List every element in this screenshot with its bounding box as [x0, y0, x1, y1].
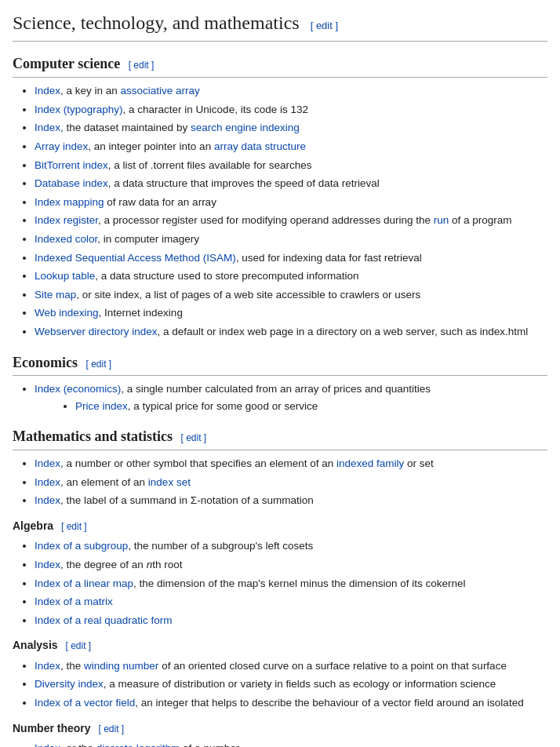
link-index-dataset[interactable]: Index	[35, 122, 60, 133]
list-item: Web indexing, Internet indexing	[35, 304, 547, 322]
link-discrete-logarithm[interactable]: discrete logarithm	[96, 742, 180, 747]
subsection-analysis-edit[interactable]: [ edit ]	[65, 640, 91, 651]
link-indexed-color[interactable]: Indexed color	[35, 233, 97, 245]
link-index-subgroup[interactable]: Index of a subgroup	[35, 540, 128, 552]
list-item: Database index, a data structure that im…	[35, 175, 547, 192]
link-database-index[interactable]: Database index	[35, 177, 108, 189]
list-item: Index, a number or other symbol that spe…	[35, 455, 547, 472]
section-economics: Economics [ edit ]	[13, 352, 547, 377]
page-edit-link[interactable]: [ edit ]	[311, 20, 338, 31]
list-item: Index, the degree of an nth root	[35, 556, 547, 574]
link-diversity-index[interactable]: Diversity index	[35, 678, 104, 690]
link-index-symbol[interactable]: Index	[35, 457, 60, 469]
link-index-vector-field[interactable]: Index of a vector field	[35, 697, 135, 709]
link-winding-number[interactable]: winding number	[84, 660, 158, 672]
link-index-winding[interactable]: Index	[35, 660, 60, 672]
link-webserver-dir-index[interactable]: Webserver directory index	[35, 326, 158, 337]
number-theory-list: Index, or the discrete logarithm of a nu…	[35, 740, 547, 747]
list-item: Webserver directory index, a default or …	[35, 323, 547, 341]
link-index-summand[interactable]: Index	[35, 494, 60, 506]
link-index-mapping[interactable]: Index mapping	[35, 196, 104, 208]
economics-list: Index (economics), a single number calcu…	[35, 381, 547, 414]
list-item: Index, an element of an index set	[35, 474, 547, 491]
link-lookup-table[interactable]: Lookup table	[35, 270, 95, 282]
link-index-quadratic-form[interactable]: Index of a real quadratic form	[35, 614, 173, 626]
section-economics-edit[interactable]: [ edit ]	[86, 359, 112, 370]
list-item: Index, or the discrete logarithm of a nu…	[35, 740, 547, 747]
link-site-map[interactable]: Site map	[35, 289, 76, 301]
link-index-linear-map[interactable]: Index of a linear map	[35, 578, 133, 589]
list-item: Diversity index, a measure of distributi…	[35, 676, 547, 693]
link-isam[interactable]: Indexed Sequential Access Method (ISAM)	[35, 252, 236, 264]
subsection-algebra: Algebra [ edit ]	[13, 517, 547, 534]
analysis-list: Index, the winding number of an oriented…	[35, 658, 547, 712]
link-run[interactable]: run	[434, 214, 449, 226]
list-item: Index, a key in an associative array	[35, 82, 547, 100]
link-indexed-family[interactable]: indexed family	[336, 457, 404, 469]
list-item: Index mapping of raw data for an array	[35, 194, 547, 211]
list-item: Index of a subgroup, the number of a sub…	[35, 537, 547, 555]
list-item: BitTorrent index, a list of .torrent fil…	[35, 157, 547, 174]
page-title: Science, technology, and mathematics [ e…	[13, 8, 547, 42]
link-index[interactable]: Index	[35, 85, 60, 97]
algebra-list: Index of a subgroup, the number of a sub…	[35, 537, 547, 629]
link-array-index[interactable]: Array index	[35, 140, 88, 152]
list-item: Array index, an integer pointer into an …	[35, 138, 547, 155]
list-item: Index register, a processor register use…	[35, 212, 547, 229]
link-index-matrix[interactable]: Index of a matrix	[35, 596, 113, 607]
link-index-element[interactable]: Index	[35, 476, 60, 488]
link-search-engine-indexing[interactable]: search engine indexing	[191, 122, 300, 133]
list-item: Index, the winding number of an oriented…	[35, 658, 547, 675]
link-assoc-array[interactable]: associative array	[121, 85, 200, 97]
section-mathematics: Mathematics and statistics [ edit ]	[13, 425, 547, 450]
link-index-number-theory[interactable]: Index	[35, 742, 60, 747]
section-computer-science-edit[interactable]: [ edit ]	[129, 60, 155, 71]
link-index-degree[interactable]: Index	[35, 559, 60, 570]
list-item: Index of a vector field, an integer that…	[35, 694, 547, 712]
computer-science-list: Index, a key in an associative array Ind…	[35, 82, 547, 340]
mathematics-list: Index, a number or other symbol that spe…	[35, 455, 547, 509]
list-item: Indexed Sequential Access Method (ISAM),…	[35, 250, 547, 267]
link-index-typography[interactable]: Index (typography)	[35, 104, 123, 115]
link-index-economics[interactable]: Index (economics)	[35, 383, 121, 395]
link-bittorrent-index[interactable]: BitTorrent index	[35, 159, 108, 171]
link-index-register[interactable]: Index register	[35, 214, 98, 226]
list-item: Index, the dataset maintained by search …	[35, 119, 547, 137]
link-index-set[interactable]: index set	[148, 476, 191, 488]
list-item: Lookup table, a data structure used to s…	[35, 268, 547, 285]
link-price-index[interactable]: Price index	[75, 400, 128, 412]
list-item: Index of a linear map, the dimension of …	[35, 575, 547, 592]
subsection-algebra-edit[interactable]: [ edit ]	[61, 521, 87, 532]
link-web-indexing[interactable]: Web indexing	[35, 307, 99, 319]
list-item: Index of a real quadratic form	[35, 612, 547, 629]
list-item: Site map, or site index, a list of pages…	[35, 286, 547, 304]
list-item: Indexed color, in computer imagery	[35, 231, 547, 248]
subsection-number-theory-edit[interactable]: [ edit ]	[98, 723, 124, 734]
list-item: Index (typography), a character in Unico…	[35, 101, 547, 118]
list-item: Index (economics), a single number calcu…	[35, 381, 547, 414]
subsection-number-theory: Number theory [ edit ]	[13, 720, 547, 737]
link-array-data-structure[interactable]: array data structure	[214, 140, 306, 152]
economics-sub-list: Price index, a typical price for some go…	[75, 398, 547, 415]
list-item: Price index, a typical price for some go…	[75, 398, 547, 415]
section-computer-science: Computer science [ edit ]	[13, 53, 547, 78]
list-item: Index, the label of a summand in Σ-notat…	[35, 492, 547, 509]
section-mathematics-edit[interactable]: [ edit ]	[180, 432, 206, 443]
list-item: Index of a matrix	[35, 593, 547, 610]
subsection-analysis: Analysis [ edit ]	[13, 636, 547, 654]
